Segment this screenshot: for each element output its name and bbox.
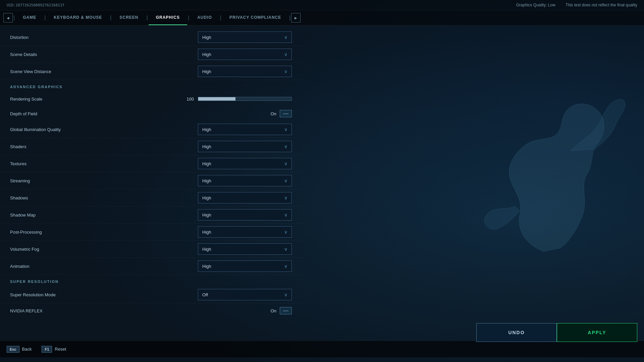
scene-details-label: Scene Details <box>10 52 198 57</box>
setting-row-global-illumination: Global Illumination Quality High ∨ <box>0 121 302 138</box>
shaders-dropdown[interactable]: High ∨ <box>198 141 292 152</box>
super-resolution-mode-label: Super Resolution Mode <box>10 292 198 297</box>
rendering-scale-label: Rendering Scale <box>10 97 184 102</box>
reset-label: Reset <box>55 347 66 352</box>
tab-game[interactable]: GAME <box>15 10 44 25</box>
back-button[interactable]: Esc Back <box>7 346 32 353</box>
chevron-down-icon: ∨ <box>284 52 287 57</box>
depth-of-field-status: On <box>271 111 276 116</box>
divider-2: | <box>44 15 46 21</box>
chevron-down-icon: ∨ <box>284 212 287 218</box>
chevron-down-icon: ∨ <box>284 263 287 269</box>
rendering-scale-slider[interactable] <box>198 97 292 101</box>
apply-button[interactable]: APPLY <box>557 323 637 342</box>
nvidia-reflex-status: On <box>271 308 276 313</box>
bottom-bar: Esc Back F1 Reset <box>0 341 644 357</box>
rendering-scale-row: Rendering Scale 100 <box>0 92 302 106</box>
distortion-dropdown[interactable]: High ∨ <box>198 32 292 43</box>
global-illumination-label: Global Illumination Quality <box>10 127 198 132</box>
shaders-label: Shaders <box>10 144 198 149</box>
setting-row-shadow-map: Shadow Map High ∨ <box>0 206 302 224</box>
chevron-down-icon: ∨ <box>284 178 287 183</box>
setting-row-textures: Textures High ∨ <box>0 155 302 172</box>
navigation-tabs: ◀ | GAME | KEYBOARD & MOUSE | SCREEN | G… <box>0 10 644 25</box>
divider-3: | <box>109 15 112 21</box>
chevron-down-icon: ∨ <box>284 195 287 200</box>
post-processing-label: Post-Processing <box>10 230 198 235</box>
nvidia-reflex-row: NVIDIA REFLEX On — <box>0 303 302 318</box>
tab-audio[interactable]: AUDIO <box>190 10 219 25</box>
rendering-scale-value: 100 <box>184 97 194 102</box>
textures-dropdown[interactable]: High ∨ <box>198 158 292 169</box>
scene-view-distance-dropdown[interactable]: High ∨ <box>198 66 292 77</box>
shadow-map-dropdown[interactable]: High ∨ <box>198 209 292 221</box>
setting-row-scene-details: Scene Details High ∨ <box>0 46 302 63</box>
setting-row-volumetric-fog: Volumetric Fog High ∨ <box>0 241 302 258</box>
divider-7: | <box>288 15 291 21</box>
scene-view-distance-label: Scene View Distance <box>10 69 198 74</box>
nvidia-reflex-toggle[interactable]: — <box>280 307 292 314</box>
top-bar: UID:187726250889276216811T Graphics Qual… <box>0 0 644 10</box>
main-content: Distortion High ∨ Scene Details High ∨ S… <box>0 25 644 341</box>
advanced-graphics-header: ADVANCED GRAPHICS <box>0 80 302 92</box>
chevron-down-icon: ∨ <box>284 127 287 132</box>
test-notice-label: This test does not reflect the final qua… <box>566 3 637 7</box>
global-illumination-dropdown[interactable]: High ∨ <box>198 124 292 135</box>
reset-button[interactable]: F1 Reset <box>42 346 66 353</box>
minus-icon: — <box>283 111 288 116</box>
tab-screen[interactable]: SCREEN <box>112 10 146 25</box>
right-panel <box>302 25 644 341</box>
chevron-down-icon: ∨ <box>284 69 287 74</box>
chevron-down-icon: ∨ <box>284 246 287 252</box>
back-key-badge: Esc <box>7 346 19 353</box>
post-processing-dropdown[interactable]: High ∨ <box>198 226 292 238</box>
tab-icon-right[interactable]: ▶ <box>291 13 301 22</box>
depth-of-field-row: Depth of Field On — <box>0 106 302 121</box>
tab-icon-left[interactable]: ◀ <box>3 13 13 22</box>
reset-key-badge: F1 <box>42 346 52 353</box>
volumetric-fog-dropdown[interactable]: High ∨ <box>198 243 292 255</box>
shadow-map-label: Shadow Map <box>10 213 198 218</box>
chevron-down-icon: ∨ <box>284 229 287 235</box>
setting-row-shaders: Shaders High ∨ <box>0 138 302 155</box>
setting-row-post-processing: Post-Processing High ∨ <box>0 224 302 241</box>
animation-dropdown[interactable]: High ∨ <box>198 260 292 272</box>
divider-6: | <box>219 15 222 21</box>
uid-text: UID:187726250889276216811T <box>7 3 64 7</box>
animation-label: Animation <box>10 264 198 269</box>
undo-button[interactable]: UNDO <box>476 323 557 342</box>
chevron-down-icon: ∨ <box>284 144 287 149</box>
super-resolution-header: SUPER RESOLUTION <box>0 275 302 286</box>
distortion-label: Distortion <box>10 35 198 40</box>
streaming-label: Streaming <box>10 178 198 183</box>
super-resolution-mode-dropdown[interactable]: Off ∨ <box>198 289 292 300</box>
setting-row-streaming: Streaming High ∨ <box>0 172 302 189</box>
divider-1: | <box>13 15 15 21</box>
graphics-quality-label: Graphics Quality: Low <box>516 3 555 7</box>
action-buttons: UNDO APPLY <box>476 323 637 342</box>
setting-row-animation: Animation High ∨ <box>0 258 302 275</box>
nvidia-reflex-label: NVIDIA REFLEX <box>10 308 271 313</box>
shadows-label: Shadows <box>10 195 198 200</box>
depth-of-field-label: Depth of Field <box>10 111 271 116</box>
scene-details-dropdown[interactable]: High ∨ <box>198 49 292 60</box>
tab-privacy[interactable]: PRIVACY COMPLIANCE <box>222 10 288 25</box>
tab-keyboard-mouse[interactable]: KEYBOARD & MOUSE <box>46 10 109 25</box>
tab-graphics[interactable]: GRAPHICS <box>149 10 187 25</box>
chevron-down-icon: ∨ <box>284 35 287 40</box>
textures-label: Textures <box>10 161 198 166</box>
back-label: Back <box>22 347 32 352</box>
setting-row-super-resolution-mode: Super Resolution Mode Off ∨ <box>0 286 302 303</box>
minus-icon: — <box>283 308 288 313</box>
streaming-dropdown[interactable]: High ∨ <box>198 175 292 186</box>
volumetric-fog-label: Volumetric Fog <box>10 247 198 252</box>
divider-4: | <box>146 15 149 21</box>
settings-panel: Distortion High ∨ Scene Details High ∨ S… <box>0 25 302 341</box>
slider-fill <box>198 97 235 101</box>
shadows-dropdown[interactable]: High ∨ <box>198 192 292 203</box>
depth-of-field-toggle[interactable]: — <box>280 110 292 117</box>
top-right-info: Graphics Quality: Low This test does not… <box>516 3 637 7</box>
chevron-down-icon: ∨ <box>284 292 287 297</box>
setting-row-distortion: Distortion High ∨ <box>0 29 302 46</box>
chevron-down-icon: ∨ <box>284 161 287 166</box>
